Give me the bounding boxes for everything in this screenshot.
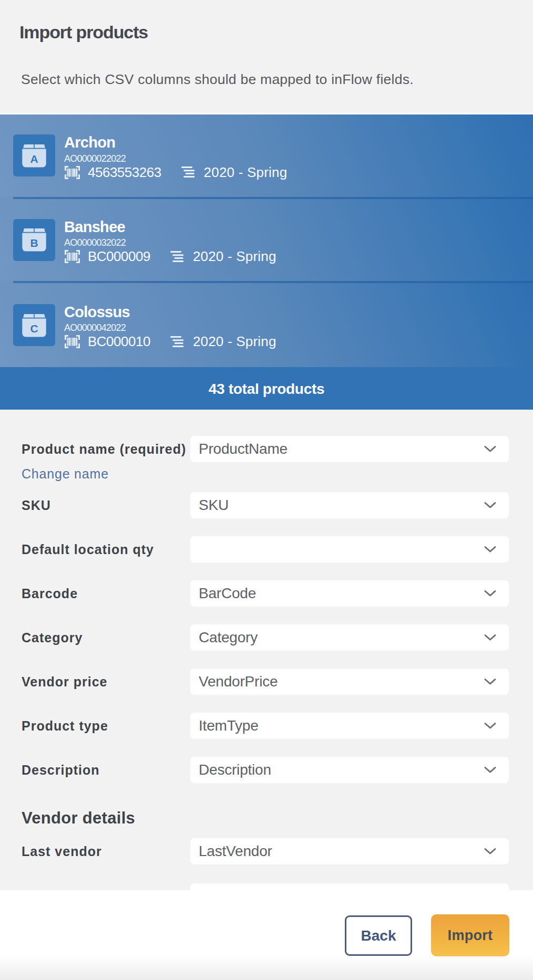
svg-text:A: A xyxy=(30,153,38,165)
svg-text:C: C xyxy=(30,322,38,334)
svg-text:B: B xyxy=(30,237,38,249)
